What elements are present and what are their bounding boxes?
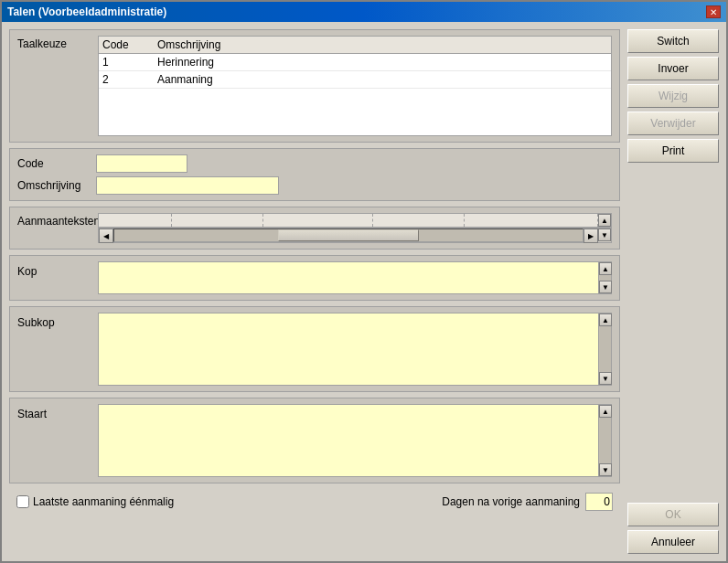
- staart-textarea-wrapper: ▲ ▼: [98, 404, 612, 477]
- dagen-input[interactable]: [585, 493, 613, 511]
- cell-omschrijving: Aanmaning: [154, 71, 611, 89]
- subkop-section: Subkop ▲ ▼: [9, 306, 620, 392]
- omschrijving-row: Omschrijving: [17, 176, 612, 195]
- grid-col-3: [263, 214, 373, 227]
- subkop-textarea-wrapper: ▲ ▼: [98, 313, 612, 386]
- hscroll-right[interactable]: ▶: [583, 228, 598, 243]
- staart-vscroll: ▲ ▼: [598, 405, 611, 476]
- subkop-vscroll-track: [599, 326, 611, 372]
- grid-vscroll-up[interactable]: ▲: [598, 214, 611, 227]
- aanmaanteksten-label: Aanmaanteksten: [17, 213, 91, 228]
- col-header-omschrijving: Omschrijving: [154, 37, 611, 54]
- cell-omschrijving: Herinnering: [154, 54, 611, 71]
- taalkeuze-table: Code Omschrijving 1Herinnering2Aanmaning: [99, 37, 611, 89]
- subkop-vscroll-up[interactable]: ▲: [599, 313, 612, 326]
- omschrijving-label: Omschrijving: [17, 179, 91, 192]
- laatste-aanmaning-checkbox[interactable]: [16, 495, 29, 508]
- subkop-vscroll-down[interactable]: ▼: [599, 372, 612, 385]
- kop-textarea[interactable]: [99, 262, 598, 293]
- staart-row: Staart ▲ ▼: [17, 404, 612, 477]
- kop-section: Kop ▲ ▼: [9, 255, 620, 301]
- hscroll-track: [113, 228, 583, 242]
- taalkeuze-section: Taalkeuze Code Omschrijving 1Herinnering…: [9, 29, 620, 143]
- staart-vscroll-up[interactable]: ▲: [599, 405, 612, 418]
- cell-code: 1: [99, 54, 154, 71]
- grid-header: ▲: [99, 214, 611, 228]
- close-button[interactable]: ✕: [706, 5, 721, 18]
- kop-textarea-wrapper: ▲ ▼: [98, 261, 612, 294]
- kop-vscroll-down[interactable]: ▼: [599, 281, 612, 293]
- verwijder-button[interactable]: Verwijder: [627, 112, 719, 135]
- sidebar-spacer: [627, 166, 719, 499]
- main-area: Taalkeuze Code Omschrijving 1Herinnering…: [9, 29, 620, 554]
- kop-vscroll: ▲ ▼: [598, 262, 611, 293]
- aanmaanteksten-grid[interactable]: ▲ ◀ ▶ ▼: [98, 213, 612, 243]
- subkop-label: Subkop: [17, 313, 91, 329]
- main-window: Talen (Voorbeeldadministratie) ✕ Taalkeu…: [0, 0, 728, 563]
- sidebar: Switch Invoer Wijzig Verwijder Print OK …: [627, 29, 719, 554]
- window-content: Taalkeuze Code Omschrijving 1Herinnering…: [2, 22, 726, 561]
- subkop-row: Subkop ▲ ▼: [17, 313, 612, 386]
- taalkeuze-panel: Taalkeuze Code Omschrijving 1Herinnering…: [17, 36, 612, 136]
- hscroll-thumb: [278, 229, 419, 241]
- hscroll-left[interactable]: ◀: [99, 228, 113, 243]
- title-bar-text: Talen (Voorbeeldadministratie): [7, 5, 166, 18]
- omschrijving-input[interactable]: [96, 176, 279, 195]
- code-label: Code: [17, 157, 91, 170]
- annuleer-button[interactable]: Annuleer: [627, 530, 719, 554]
- grid-hscroll: ◀ ▶ ▼: [99, 228, 611, 242]
- bottom-right: Dagen na vorige aanmaning: [442, 493, 613, 511]
- grid-col-1: [99, 214, 172, 227]
- taalkeuze-table-container[interactable]: Code Omschrijving 1Herinnering2Aanmaning: [98, 36, 612, 136]
- print-button[interactable]: Print: [627, 139, 719, 163]
- ok-button[interactable]: OK: [627, 503, 719, 526]
- invoer-button[interactable]: Invoer: [627, 57, 719, 80]
- title-bar: Talen (Voorbeeldadministratie) ✕: [2, 2, 726, 22]
- table-row[interactable]: 2Aanmaning: [99, 71, 611, 89]
- grid-vscroll-down[interactable]: ▼: [598, 228, 611, 241]
- staart-section: Staart ▲ ▼: [9, 398, 620, 483]
- aanmaanteksten-section: Aanmaanteksten ▲ ◀: [9, 207, 620, 250]
- grid-col-4: [373, 214, 465, 227]
- switch-button[interactable]: Switch: [627, 29, 719, 53]
- subkop-vscroll: ▲ ▼: [598, 313, 611, 385]
- code-input[interactable]: [96, 154, 187, 173]
- cell-code: 2: [99, 71, 154, 89]
- staart-vscroll-track: [599, 418, 611, 463]
- bottom-bar: Laatste aanmaning éénmalig Dagen na vori…: [9, 489, 620, 515]
- taalkeuze-label: Taalkeuze: [17, 36, 91, 50]
- checkbox-label: Laatste aanmaning éénmalig: [33, 495, 174, 508]
- col-header-code: Code: [99, 37, 154, 54]
- grid-col-2: [172, 214, 263, 227]
- staart-textarea[interactable]: [99, 405, 598, 476]
- form-section: Code Omschrijving: [9, 148, 620, 201]
- grid-col-5: [465, 214, 598, 227]
- kop-vscroll-up[interactable]: ▲: [599, 262, 612, 275]
- staart-vscroll-down[interactable]: ▼: [599, 463, 612, 476]
- aanmaanteksten-panel: Aanmaanteksten ▲ ◀: [17, 213, 612, 243]
- table-row[interactable]: 1Herinnering: [99, 54, 611, 71]
- kop-label: Kop: [17, 261, 91, 278]
- checkbox-wrapper: Laatste aanmaning éénmalig: [16, 495, 174, 508]
- wijzig-button[interactable]: Wijzig: [627, 84, 719, 108]
- subkop-textarea[interactable]: [99, 313, 598, 385]
- dagen-label: Dagen na vorige aanmaning: [442, 495, 580, 508]
- kop-row: Kop ▲ ▼: [17, 261, 612, 294]
- code-row: Code: [17, 154, 612, 173]
- staart-label: Staart: [17, 404, 91, 420]
